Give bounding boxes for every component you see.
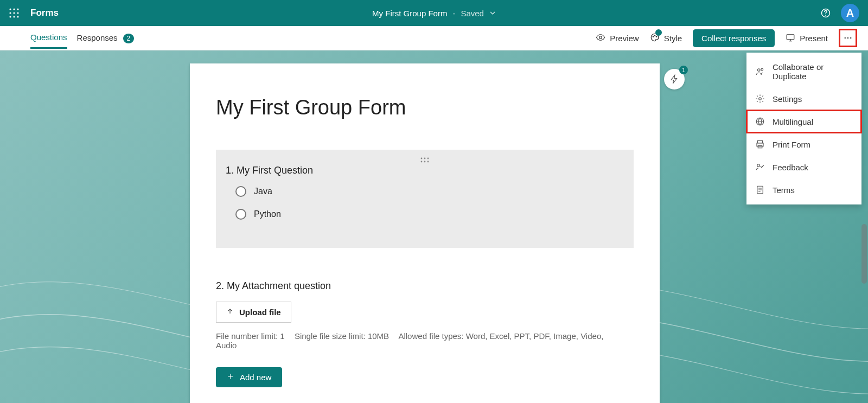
present-icon [786, 33, 795, 44]
q1-number: 1. [226, 165, 234, 176]
svg-point-7 [13, 16, 15, 17]
svg-point-8 [17, 16, 18, 17]
collect-label: Collect responses [701, 34, 766, 43]
limit-file-size: Single file size limit: 10MB [295, 331, 389, 341]
menu-label: Terms [773, 185, 795, 195]
svg-point-17 [847, 37, 848, 39]
svg-point-13 [654, 35, 655, 36]
svg-point-21 [427, 158, 429, 159]
tab-questions[interactable]: Questions [30, 27, 67, 49]
app-header: Forms My First Group Form - Saved A [0, 0, 868, 26]
svg-rect-15 [787, 34, 795, 39]
collect-responses-button[interactable]: Collect responses [693, 29, 775, 47]
svg-point-20 [424, 158, 426, 159]
menu-terms[interactable]: Terms [746, 178, 861, 201]
svg-point-2 [17, 8, 18, 10]
svg-point-12 [653, 36, 654, 37]
svg-point-11 [599, 36, 602, 39]
menu-label: Collaborate or Duplicate [773, 62, 853, 81]
scrollbar-thumb[interactable] [861, 224, 867, 284]
tab-responses[interactable]: Responses 2 [77, 28, 134, 49]
style-button[interactable]: Style [650, 33, 682, 44]
avatar-initial: A [846, 7, 854, 20]
option-java[interactable]: Java [235, 186, 624, 197]
svg-point-3 [9, 12, 11, 14]
form-card: 1 My First Group Form 1. My First Questi… [190, 63, 660, 403]
svg-point-1 [13, 8, 15, 10]
upload-limits: File number limit: 1 Single file size li… [216, 331, 634, 350]
q2-text: My Attachment question [227, 280, 331, 291]
eye-icon [596, 33, 605, 44]
sub-toolbar: Questions Responses 2 Preview Style Coll… [0, 26, 868, 50]
svg-rect-31 [758, 145, 762, 148]
svg-point-10 [825, 15, 826, 16]
svg-point-19 [421, 158, 423, 159]
menu-label: Feedback [773, 163, 808, 172]
canvas: 1 My First Group Form 1. My First Questi… [0, 50, 868, 403]
header-right: A [820, 4, 859, 22]
question-1-block[interactable]: 1. My First Question Java Python [216, 150, 634, 248]
svg-point-0 [9, 8, 11, 10]
option-python[interactable]: Python [235, 209, 624, 220]
more-button-highlight [839, 29, 857, 47]
help-icon[interactable] [820, 8, 831, 18]
upload-label: Upload file [239, 308, 281, 317]
q2-number: 2. [216, 280, 224, 291]
suggestions-badge: 1 [679, 66, 688, 74]
separator: - [452, 9, 455, 18]
menu-label: Print Form [773, 140, 810, 149]
drag-handle-icon[interactable] [420, 155, 429, 165]
question-2-block[interactable]: 2. My Attachment question Upload file Fi… [216, 280, 634, 350]
svg-point-6 [9, 16, 11, 17]
radio-icon[interactable] [235, 186, 246, 197]
more-menu: Collaborate or Duplicate Settings Multil… [746, 53, 861, 204]
question-1-title: 1. My First Question [226, 165, 624, 176]
menu-settings[interactable]: Settings [746, 87, 861, 110]
add-new-button[interactable]: Add new [216, 367, 282, 387]
svg-point-23 [424, 161, 426, 163]
svg-point-24 [427, 161, 429, 163]
more-button[interactable] [842, 30, 854, 46]
option-label: Java [254, 187, 272, 196]
present-label: Present [800, 34, 828, 43]
svg-point-26 [761, 68, 763, 71]
present-button[interactable]: Present [786, 33, 828, 44]
toolbar-right: Preview Style Collect responses Present [596, 29, 857, 47]
menu-label: Multilingual [773, 117, 813, 126]
svg-point-32 [757, 164, 760, 167]
limit-file-number: File number limit: 1 [216, 331, 285, 341]
svg-point-25 [758, 69, 761, 72]
upload-icon [226, 308, 234, 317]
header-title-group[interactable]: My First Group Form - Saved [372, 9, 496, 18]
suggestions-button[interactable]: 1 [664, 69, 685, 89]
menu-collaborate[interactable]: Collaborate or Duplicate [746, 56, 861, 87]
scrollbar-track[interactable] [860, 50, 868, 403]
svg-point-5 [17, 12, 18, 14]
preview-label: Preview [610, 34, 639, 43]
form-title[interactable]: My First Group Form [216, 96, 634, 119]
option-label: Python [254, 209, 281, 219]
tab-questions-label: Questions [30, 33, 67, 42]
menu-print[interactable]: Print Form [746, 133, 861, 156]
radio-icon[interactable] [235, 209, 246, 220]
question-2-title: 2. My Attachment question [216, 280, 634, 292]
preview-button[interactable]: Preview [596, 33, 639, 44]
saved-status: Saved [461, 9, 484, 18]
add-new-label: Add new [240, 373, 271, 382]
svg-point-18 [850, 37, 851, 39]
question-1-options: Java Python [226, 186, 624, 220]
upload-file-button[interactable]: Upload file [216, 302, 291, 323]
menu-feedback[interactable]: Feedback [746, 156, 861, 178]
tab-responses-label: Responses [77, 33, 118, 42]
chevron-down-icon[interactable] [489, 9, 496, 18]
svg-point-4 [13, 12, 15, 14]
tabs: Questions Responses 2 [30, 27, 134, 49]
svg-rect-29 [758, 140, 763, 143]
plus-icon [227, 373, 234, 382]
q1-text: My First Question [237, 165, 313, 176]
app-brand[interactable]: Forms [30, 8, 59, 18]
menu-multilingual[interactable]: Multilingual [746, 110, 861, 133]
app-launcher-icon[interactable] [9, 8, 20, 18]
avatar[interactable]: A [841, 4, 859, 22]
svg-point-22 [421, 161, 423, 163]
